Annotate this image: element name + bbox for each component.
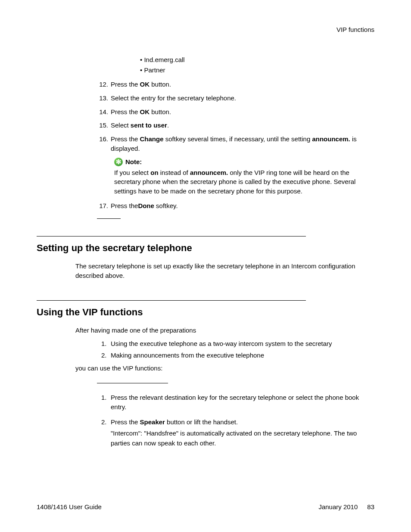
note-icon: ✻ — [114, 158, 123, 166]
note-label: Note: — [125, 158, 142, 165]
list-number: 1. — [101, 338, 111, 349]
section-body: The secretary telephone is set up exactl… — [75, 261, 374, 281]
list-item: 2. Making announcements from the executi… — [101, 349, 374, 361]
step-row: 16. Press the Change softkey several tim… — [97, 134, 374, 153]
vip-steps-list: 1. Press the relevant destination key fo… — [101, 393, 374, 448]
step-number: 12. — [97, 80, 111, 89]
divider-mid — [97, 383, 168, 383]
page-footer: 1408/1416 User Guide January 2010 83 — [37, 503, 374, 510]
footer-doc-title: 1408/1416 User Guide — [37, 503, 102, 510]
step-row: 13. Select the entry for the secretary t… — [97, 93, 374, 103]
bullet-item: Ind.emerg.call — [140, 55, 374, 65]
step-number: 14. — [97, 107, 111, 117]
list-number: 2. — [101, 349, 111, 361]
step-row: 2. Press the Speaker button or lift the … — [101, 417, 374, 448]
section-heading: Setting up the secretary telephone — [37, 243, 374, 254]
list-text: Using the executive telephone as a two-w… — [111, 338, 332, 349]
step-number: 1. — [101, 393, 111, 412]
footer-date: January 2010 — [318, 503, 358, 510]
note-header: ✻ Note: — [114, 158, 374, 166]
step-row: 12. Press the OK button. — [97, 80, 374, 89]
note-body: If you select on instead of announcem. o… — [114, 168, 374, 196]
footer-right: January 2010 83 — [318, 503, 374, 510]
step-number: 2. — [101, 417, 111, 448]
step-row: 1. Press the relevant destination key fo… — [101, 393, 374, 412]
divider-section — [37, 300, 306, 301]
divider-section — [37, 236, 306, 236]
step-text: Press the relevant destination key for t… — [111, 393, 374, 412]
sub-bullet-list: Ind.emerg.call Partner — [140, 55, 374, 75]
step-number: 15. — [97, 121, 111, 130]
step-text: Select the entry for the secretary telep… — [111, 93, 374, 103]
section-heading: Using the VIP functions — [37, 307, 374, 318]
list-item: 1. Using the executive telephone as a tw… — [101, 338, 374, 349]
bullet-item: Partner — [140, 65, 374, 75]
step-text: Press the Speaker button or lift the han… — [111, 417, 374, 448]
footer-page-number: 83 — [367, 503, 374, 510]
list-text: Making announcements from the executive … — [111, 349, 264, 361]
step-text: Press the Change softkey several times, … — [111, 134, 374, 153]
outro-text: you can use the VIP functions: — [75, 364, 374, 373]
step-number: 13. — [97, 93, 111, 103]
step-row: 17. Press theDone softkey. — [97, 201, 374, 211]
step-row: 15. Select sent to user. — [97, 121, 374, 130]
divider-short — [97, 218, 121, 219]
step-text: Press the OK button. — [111, 107, 374, 117]
numbered-steps-continued: 12. Press the OK button. 13. Select the … — [97, 80, 374, 153]
step-text: Press theDone softkey. — [111, 201, 374, 211]
numbered-steps-continued-2: 17. Press theDone softkey. — [97, 201, 374, 211]
step-number: 16. — [97, 134, 111, 153]
header-section-label: VIP functions — [37, 26, 374, 33]
page-container: VIP functions Ind.emerg.call Partner 12.… — [0, 0, 411, 532]
intro-text: After having made one of the preparation… — [75, 326, 374, 336]
step-text: Press the OK button. — [111, 80, 374, 89]
step-number: 17. — [97, 201, 111, 211]
preparation-list: 1. Using the executive telephone as a tw… — [101, 338, 374, 361]
step-text: Select sent to user. — [111, 121, 374, 130]
note-block: ✻ Note: If you select on instead of anno… — [114, 158, 374, 196]
step-row: 14. Press the OK button. — [97, 107, 374, 117]
